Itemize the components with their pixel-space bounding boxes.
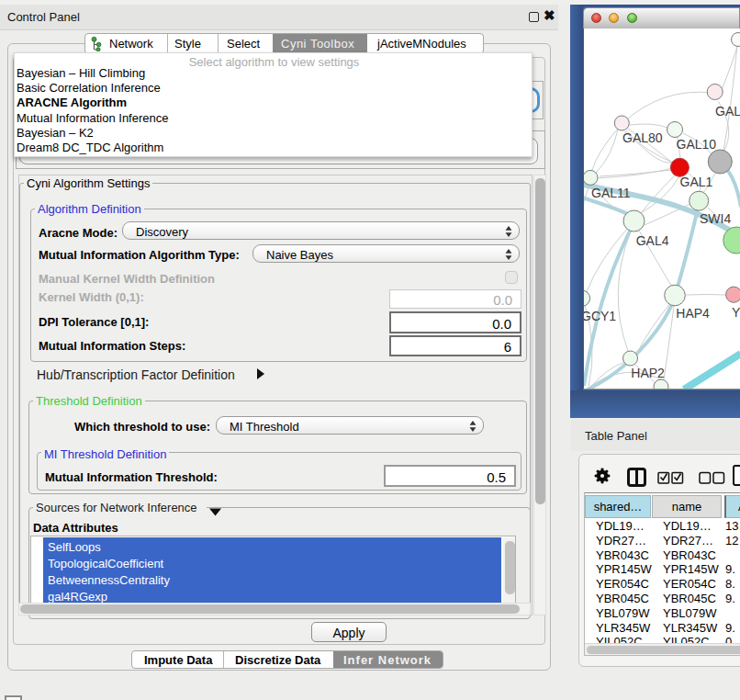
- svg-text:GAL11: GAL11: [591, 186, 631, 200]
- svg-text:SWI4: SWI4: [700, 211, 731, 226]
- svg-text:GAL1: GAL1: [680, 175, 713, 189]
- svg-text:GAL10: GAL10: [677, 137, 717, 152]
- svg-text:HAP4: HAP4: [676, 306, 710, 321]
- svg-text:GAL80: GAL80: [622, 130, 663, 145]
- svg-text:Y: Y: [732, 305, 740, 320]
- svg-text:HAP2: HAP2: [631, 366, 665, 380]
- svg-text:GAL7: GAL7: [715, 104, 740, 119]
- svg-text:GAL4: GAL4: [636, 233, 669, 248]
- svg-text:GCY1: GCY1: [584, 309, 616, 323]
